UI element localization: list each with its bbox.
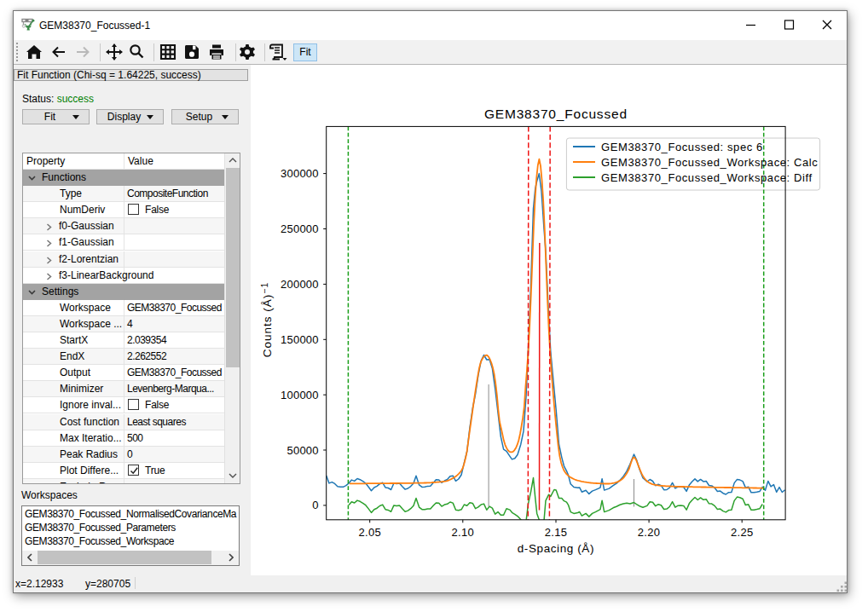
svg-text:GEM38370_Focussed_Workspace: C: GEM38370_Focussed_Workspace: Calc xyxy=(601,156,818,169)
svg-text:300000: 300000 xyxy=(281,167,319,180)
svg-text:0: 0 xyxy=(312,499,318,511)
svg-text:GEM38370_Focussed: spec 6: GEM38370_Focussed: spec 6 xyxy=(601,141,763,153)
svg-text:2.05: 2.05 xyxy=(358,526,381,539)
svg-text:100000: 100000 xyxy=(281,389,319,401)
svg-text:2.10: 2.10 xyxy=(452,526,475,539)
svg-text:2.20: 2.20 xyxy=(638,526,661,539)
svg-text:200000: 200000 xyxy=(281,278,319,291)
svg-text:d-Spacing (Å): d-Spacing (Å) xyxy=(518,542,594,555)
svg-text:GEM38370_Focussed_Workspace: D: GEM38370_Focussed_Workspace: Diff xyxy=(601,171,813,184)
svg-text:GEM38370_Focussed: GEM38370_Focussed xyxy=(484,107,628,121)
svg-text:250000: 250000 xyxy=(281,222,319,235)
svg-text:150000: 150000 xyxy=(281,333,319,346)
svg-text:2.25: 2.25 xyxy=(731,526,754,539)
svg-text:50000: 50000 xyxy=(287,444,319,457)
svg-text:2.15: 2.15 xyxy=(545,526,568,539)
svg-text:Counts (Å)−1: Counts (Å)−1 xyxy=(259,282,274,358)
